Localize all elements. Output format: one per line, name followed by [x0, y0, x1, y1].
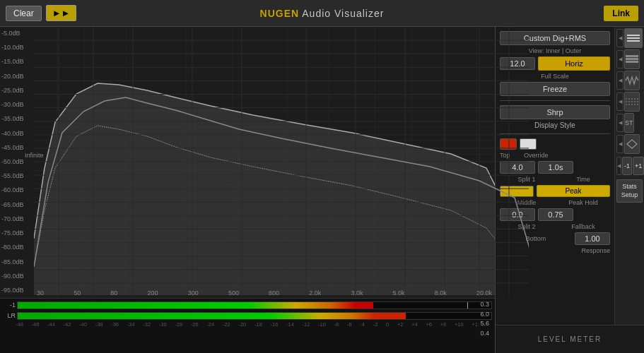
db-label: -5.0dB	[1, 30, 33, 37]
freq-labels: 30 50 80 200 300 500 800 2.0k 3.0k 5.0k …	[34, 288, 495, 297]
meter-bar-lr	[17, 312, 492, 320]
horiz-button[interactable]: Horiz	[538, 56, 610, 71]
db-label: -15.0dB	[1, 58, 33, 65]
db-labels: -5.0dB -10.0dB -15.0dB -20.0dB -25.0dB -…	[0, 27, 34, 297]
peak-hold-label: Peak Hold	[556, 199, 610, 206]
meter-bar-1	[17, 301, 492, 309]
fallback-label: Fallback	[556, 223, 610, 230]
arrow-7-left[interactable]: ◀	[616, 157, 621, 175]
level-meter-label: LEVEL METER	[538, 335, 602, 343]
arrow-1-left[interactable]: ◀	[616, 29, 623, 47]
db-label: -30.0dB	[1, 101, 33, 108]
split1-time-row	[500, 161, 610, 174]
time-input[interactable]	[538, 161, 573, 174]
db-label: -55.0dB	[1, 172, 33, 179]
arrow-5-left[interactable]: ◀	[616, 114, 623, 132]
db-label: -60.0dB	[1, 186, 33, 193]
right-panel: Custom Dig+RMS View: Inner | Outer Horiz…	[496, 27, 644, 353]
response-label: Response	[500, 247, 610, 254]
override-color-box[interactable]	[520, 138, 537, 150]
top-override-row	[500, 138, 610, 150]
shrp-button[interactable]: Shrp	[500, 105, 610, 119]
main-area: -5.0dB -10.0dB -15.0dB -20.0dB -25.0dB -…	[0, 27, 644, 353]
scale-horiz-row: Horiz	[500, 56, 610, 71]
time-label: Time	[556, 176, 610, 183]
bottom-label: Bottom	[500, 235, 572, 242]
fallback-input[interactable]	[538, 208, 573, 221]
arrow-2-left[interactable]: ◀	[616, 50, 623, 68]
right-top: Custom Dig+RMS View: Inner | Outer Horiz…	[496, 27, 644, 325]
icon-btn-6[interactable]	[624, 134, 640, 154]
meter-row-lr: LR	[3, 311, 492, 321]
override-label: Override	[524, 152, 549, 159]
scale-input[interactable]	[500, 57, 535, 70]
stats-setup-button[interactable]: StatsSetup	[616, 179, 643, 203]
db-label: -75.0dB	[1, 229, 33, 237]
minus1-button[interactable]: -1	[622, 157, 632, 175]
link-button[interactable]: Link	[604, 6, 638, 21]
db-label: -20.0dB	[1, 73, 33, 80]
middle-peak-row: Peak	[500, 185, 610, 197]
split2-label: Split 2	[500, 223, 554, 230]
display-style-label: Display Style	[500, 121, 610, 129]
db-label: -25.0dB	[1, 87, 33, 94]
divider-1	[500, 100, 610, 101]
preset-button[interactable]: Custom Dig+RMS	[500, 31, 610, 45]
meter-row1-label: -1	[3, 301, 16, 309]
icon-btn-1[interactable]	[624, 28, 643, 48]
split1-label: Split 1	[500, 176, 554, 183]
db-label: -80.0dB	[1, 244, 33, 251]
db-label: -90.0dB	[1, 273, 33, 280]
icon-btn-5[interactable]: ST	[624, 113, 634, 133]
svg-marker-71	[627, 140, 637, 148]
app-title: NUGEN Audio Visualizer	[260, 8, 385, 19]
svg-rect-63	[627, 37, 640, 39]
meter-lr-label: LR	[3, 312, 16, 319]
spectrum-area: -5.0dB -10.0dB -15.0dB -20.0dB -25.0dB -…	[0, 27, 496, 353]
db-label: -35.0dB	[1, 115, 33, 122]
svg-rect-65	[626, 55, 638, 57]
top-label: Top	[500, 152, 521, 159]
level-meter-area: -1 LR -48 -46 -44 -42	[0, 298, 495, 353]
db-label: -85.0dB	[1, 258, 33, 265]
icon-btn-2[interactable]	[624, 49, 640, 69]
title-suffix: Audio Visualizer	[299, 8, 384, 19]
meter-scale: -48 -46 -44 -42 -40 -38 -36 -34 -32 -30 …	[16, 321, 479, 328]
db-label: -95.0dB	[1, 287, 33, 294]
peak-button[interactable]: Peak	[537, 185, 610, 197]
title-nugen: NUGEN	[260, 8, 300, 19]
meter-right-nums: 0.3 6.0 5.6 0.4	[480, 300, 489, 338]
clear-button[interactable]: Clear	[6, 6, 42, 21]
top-bar: Clear ►► NUGEN Audio Visualizer Link	[0, 0, 644, 27]
svg-rect-67	[626, 61, 638, 63]
arrow-6-left[interactable]: ◀	[616, 135, 623, 153]
right-bottom: LEVEL METER	[496, 325, 644, 353]
svg-rect-66	[626, 58, 638, 60]
middle-color-box[interactable]	[500, 186, 534, 197]
freeze-button[interactable]: Freeze	[500, 82, 610, 96]
divider-2	[500, 133, 610, 134]
arrow-button[interactable]: ►►	[46, 5, 77, 21]
top-color-box[interactable]	[500, 138, 517, 150]
top-override-labels: Top Override Infinite	[500, 152, 610, 159]
icons-column: ◀ ◀	[614, 27, 644, 325]
split1-time-labels: Split 1 Time	[500, 176, 610, 183]
svg-rect-64	[627, 40, 640, 42]
middle-label: Middle	[500, 199, 554, 206]
arrow-3-left[interactable]: ◀	[616, 71, 623, 90]
svg-rect-62	[627, 35, 640, 36]
icon-btn-3[interactable]	[624, 71, 640, 90]
split2-input[interactable]	[500, 208, 535, 221]
db-label: -40.0dB	[1, 130, 33, 137]
middle-peak-labels: Middle Peak Hold	[500, 199, 610, 206]
split2-fallback-row	[500, 208, 610, 221]
icon-btn-4[interactable]	[624, 92, 640, 112]
controls-column: Custom Dig+RMS View: Inner | Outer Horiz…	[496, 27, 614, 325]
response-input[interactable]	[575, 232, 610, 245]
plus1-button[interactable]: +1	[633, 157, 644, 175]
bottom-response-row: Bottom	[500, 232, 610, 245]
arrow-4-left[interactable]: ◀	[616, 92, 623, 111]
db-label: -10.0dB	[1, 44, 33, 51]
db-label: -50.0dB	[1, 158, 33, 165]
split1-input[interactable]	[500, 161, 535, 174]
